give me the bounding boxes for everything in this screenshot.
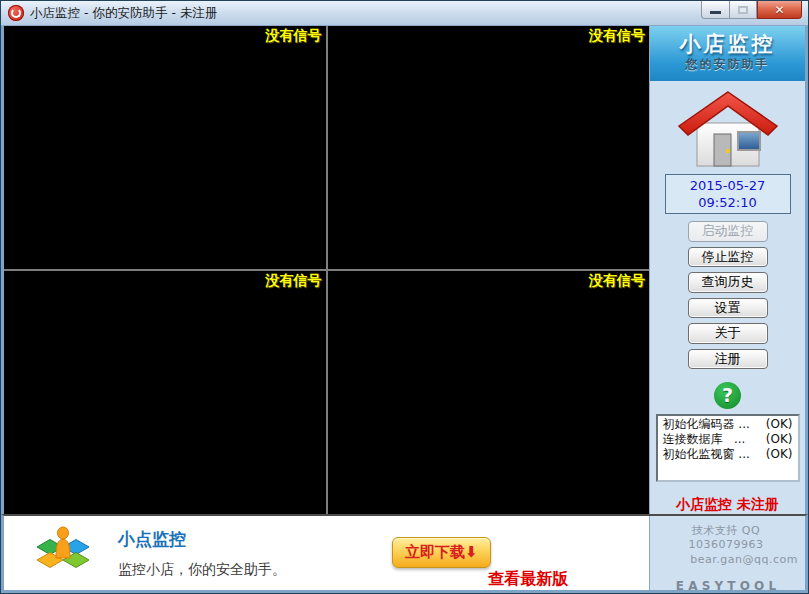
support-email: bear.gan@qq.com xyxy=(654,553,798,566)
status-log-text: 连接数据库 ... xyxy=(663,432,746,447)
time-value: 09:52:10 xyxy=(666,194,790,211)
datetime-display: 2015-05-27 09:52:10 xyxy=(665,174,791,214)
stop-monitor-button[interactable]: 停止监控 xyxy=(688,247,768,268)
minimize-button[interactable] xyxy=(701,1,730,19)
download-arrow-icon: ⬇ xyxy=(465,543,478,561)
house-icon xyxy=(676,89,780,169)
no-signal-label: 没有信号 xyxy=(266,272,322,290)
camera-grid: 没有信号 没有信号 没有信号 没有信号 xyxy=(4,26,649,514)
status-log-row: 连接数据库 ... (OK) xyxy=(660,432,796,447)
footer-app-name: 小点监控 xyxy=(118,528,286,551)
app-window: 小店监控 - 你的安防助手 - 未注册 ✕ 没有信号 没有信号 没有信号 xyxy=(0,0,809,594)
support-qq: 技术支持 QQ 1036079963 xyxy=(654,523,798,551)
status-log-ok: (OK) xyxy=(766,432,793,447)
footer: 小点监控 监控小店，你的安全助手。 立即下载⬇ 查看最新版 技术支持 QQ 10… xyxy=(1,514,808,593)
settings-button[interactable]: 设置 xyxy=(688,298,768,319)
status-log-text: 初始化监视窗 ... xyxy=(663,447,750,462)
sidebar-subtitle: 您的安防助手 xyxy=(650,56,805,73)
no-signal-label: 没有信号 xyxy=(266,27,322,45)
app-logo-icon xyxy=(8,5,24,21)
unregistered-notice: 小店监控 未注册 xyxy=(676,496,779,514)
titlebar: 小店监控 - 你的安防助手 - 未注册 ✕ xyxy=(1,1,808,26)
query-history-button[interactable]: 查询历史 xyxy=(688,272,768,293)
close-button[interactable]: ✕ xyxy=(757,1,802,19)
brand-name: E A S Y T O O L xyxy=(654,579,798,593)
status-log-list[interactable]: 初始化编码器 ... (OK) 连接数据库 ... (OK) 初始化监视窗 ..… xyxy=(656,414,800,482)
status-log-ok: (OK) xyxy=(766,417,793,432)
status-log-row: 初始化监视窗 ... (OK) xyxy=(660,447,796,462)
camera-panel-4[interactable]: 没有信号 xyxy=(328,271,650,514)
status-log-text: 初始化编码器 ... xyxy=(663,417,750,432)
sidebar-header: 小店监控 您的安防助手 xyxy=(650,26,805,81)
sidebar-title: 小店监控 xyxy=(650,30,805,58)
minimize-icon xyxy=(710,11,721,14)
maximize-button xyxy=(730,1,757,19)
footer-support: 技术支持 QQ 1036079963 bear.gan@qq.com E A S… xyxy=(649,516,805,590)
window-title: 小店监控 - 你的安防助手 - 未注册 xyxy=(30,5,217,22)
about-button[interactable]: 关于 xyxy=(688,323,768,344)
easytool-logo-icon xyxy=(34,522,92,584)
maximize-icon xyxy=(738,6,748,14)
sidebar: 小店监控 您的安防助手 xyxy=(649,26,805,514)
window-controls: ✕ xyxy=(701,1,802,19)
camera-panel-2[interactable]: 没有信号 xyxy=(328,26,650,269)
date-value: 2015-05-27 xyxy=(666,177,790,194)
status-log-ok: (OK) xyxy=(766,447,793,462)
camera-panel-3[interactable]: 没有信号 xyxy=(4,271,326,514)
register-button[interactable]: 注册 xyxy=(688,349,768,370)
download-now-button[interactable]: 立即下载⬇ xyxy=(392,537,491,568)
footer-text: 小点监控 监控小店，你的安全助手。 xyxy=(118,528,286,579)
view-latest-link[interactable]: 查看最新版 xyxy=(488,569,568,590)
help-question-icon[interactable]: ? xyxy=(714,382,741,409)
main-content: 没有信号 没有信号 没有信号 没有信号 小店监控 您的安防助手 xyxy=(1,26,808,514)
no-signal-label: 没有信号 xyxy=(589,272,645,290)
download-label: 立即下载 xyxy=(405,543,465,561)
footer-tagline: 监控小店，你的安全助手。 xyxy=(118,561,286,579)
no-signal-label: 没有信号 xyxy=(589,27,645,45)
status-log-row: 初始化编码器 ... (OK) xyxy=(660,417,796,432)
camera-panel-1[interactable]: 没有信号 xyxy=(4,26,326,269)
close-icon: ✕ xyxy=(774,3,784,17)
footer-promo: 小点监控 监控小店，你的安全助手。 立即下载⬇ 查看最新版 xyxy=(4,516,649,590)
start-monitor-button: 启动监控 xyxy=(688,221,768,242)
